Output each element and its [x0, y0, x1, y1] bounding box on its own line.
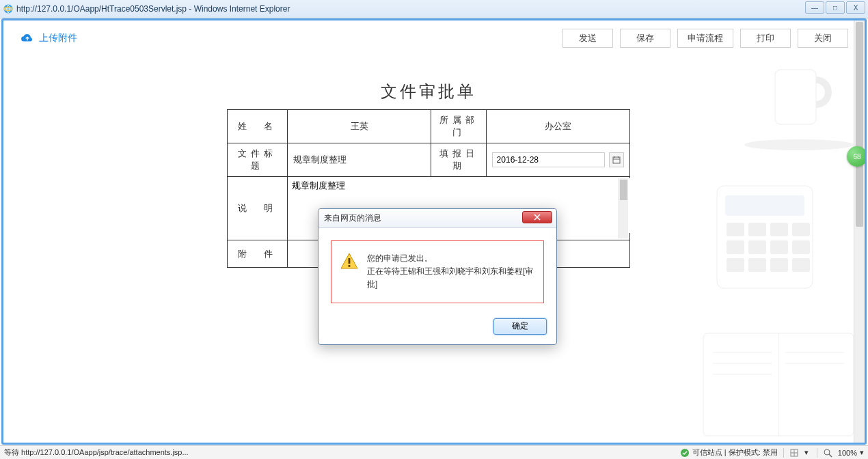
apply-flow-button[interactable]: 申请流程	[677, 29, 733, 48]
zoom-dropdown-icon[interactable]: ▾	[860, 448, 864, 457]
svg-rect-6	[727, 223, 744, 236]
status-trusted-text: 可信站点 | 保护模式: 禁用	[692, 447, 778, 458]
label-subject: 文件标题	[228, 143, 288, 177]
zoom-value: 100%	[838, 449, 857, 457]
window-title: http://127.0.0.1/OAapp/HtTrace0503Servle…	[16, 4, 290, 14]
svg-rect-8	[770, 223, 788, 236]
warning-icon	[340, 252, 359, 271]
label-dept: 所属部门	[431, 110, 486, 143]
status-sep2	[817, 448, 817, 458]
window-close-button[interactable]: X	[846, 1, 865, 14]
label-desc: 说 明	[228, 177, 288, 240]
save-button[interactable]: 保存	[620, 29, 670, 48]
message-box: 您的申请已发出。 正在等待王锦和王强和刘晓宇和刘东和姜程[审批]	[331, 240, 544, 303]
svg-rect-12	[770, 240, 788, 254]
decor-cup	[737, 56, 854, 152]
trusted-site-icon	[680, 448, 690, 458]
upload-attachment-label: 上传附件	[39, 32, 77, 44]
alert-dialog: 来自网页的消息 您的申请已发出。 正在等待王锦和王强和刘晓宇和刘东和姜程[审批]…	[318, 208, 557, 345]
vertical-scrollbar[interactable]	[854, 20, 865, 443]
label-fill-date: 填报日期	[431, 143, 486, 177]
svg-line-34	[829, 454, 832, 457]
svg-rect-10	[727, 240, 744, 254]
minimize-button[interactable]: —	[805, 1, 824, 14]
svg-rect-16	[770, 258, 788, 272]
value-name: 王英	[288, 110, 431, 143]
print-button[interactable]: 打印	[740, 29, 791, 48]
svg-rect-15	[748, 258, 766, 272]
value-subject: 规章制度整理	[288, 143, 431, 177]
calendar-icon[interactable]	[609, 152, 624, 167]
action-buttons: 发送 保存 申请流程 打印 关闭	[562, 29, 848, 48]
message-line1: 您的申请已发出。	[367, 252, 535, 265]
value-dept: 办公室	[486, 110, 629, 143]
message-line2: 正在等待王锦和王强和刘晓宇和刘东和姜程[审批]	[367, 265, 535, 291]
status-sep	[783, 448, 784, 458]
form-title: 文件审批单	[198, 81, 659, 102]
side-chat-bubble[interactable]: 68	[847, 146, 867, 167]
dialog-titlebar[interactable]: 来自网页的消息	[318, 209, 556, 228]
zoom-control[interactable]: 100% ▾	[823, 448, 864, 458]
svg-rect-7	[748, 223, 766, 236]
svg-rect-13	[792, 240, 810, 254]
action-bar: 上传附件 发送 保存 申请流程 打印 关闭	[3, 20, 865, 56]
send-button[interactable]: 发送	[562, 29, 613, 48]
close-button[interactable]: 关闭	[798, 29, 848, 48]
upload-attachment-link[interactable]: 上传附件	[20, 32, 77, 44]
svg-rect-17	[792, 258, 810, 272]
dialog-footer: 确定	[318, 311, 556, 344]
svg-rect-9	[792, 223, 810, 236]
decor-notebook	[690, 313, 854, 443]
status-dropdown-icon[interactable]: ▾	[802, 448, 811, 457]
svg-rect-25	[613, 157, 620, 163]
window-controls: — □ X	[805, 1, 865, 14]
svg-rect-5	[725, 195, 804, 216]
dialog-title: 来自网页的消息	[324, 212, 381, 224]
dialog-ok-button[interactable]: 确定	[493, 318, 547, 335]
decor-calculator	[696, 172, 833, 295]
cloud-upload-icon	[20, 33, 35, 44]
message-text: 您的申请已发出。 正在等待王锦和王强和刘晓宇和刘东和姜程[审批]	[367, 252, 535, 292]
status-bar: 等待 http://127.0.0.1/OAapp/jsp/trace/atta…	[0, 445, 868, 459]
textarea-scrollbar[interactable]	[619, 178, 628, 238]
svg-point-33	[824, 449, 830, 455]
maximize-button[interactable]: □	[826, 1, 845, 14]
content-frame: 上传附件 发送 保存 申请流程 打印 关闭 文件审批单 姓 名	[1, 18, 867, 445]
ie-icon	[3, 3, 14, 14]
dialog-body: 您的申请已发出。 正在等待王锦和王强和刘晓宇和刘东和姜程[审批]	[318, 228, 556, 311]
date-cell	[489, 150, 627, 170]
svg-rect-3	[775, 70, 816, 124]
dialog-close-button[interactable]	[522, 211, 552, 223]
zoom-icon	[823, 448, 832, 458]
label-name: 姓 名	[228, 110, 288, 143]
svg-point-2	[744, 139, 854, 150]
zone-icon[interactable]	[789, 448, 799, 458]
svg-rect-11	[748, 240, 766, 254]
svg-rect-29	[349, 258, 351, 264]
fill-date-input[interactable]	[492, 152, 605, 167]
label-attach: 附 件	[228, 240, 288, 268]
svg-rect-30	[349, 265, 351, 267]
scroll-thumb[interactable]	[856, 22, 863, 227]
browser-titlebar: http://127.0.0.1/OAapp/HtTrace0503Servle…	[0, 0, 868, 18]
svg-rect-14	[727, 258, 744, 272]
status-loading-text: 等待 http://127.0.0.1/OAapp/jsp/trace/atta…	[4, 447, 680, 458]
